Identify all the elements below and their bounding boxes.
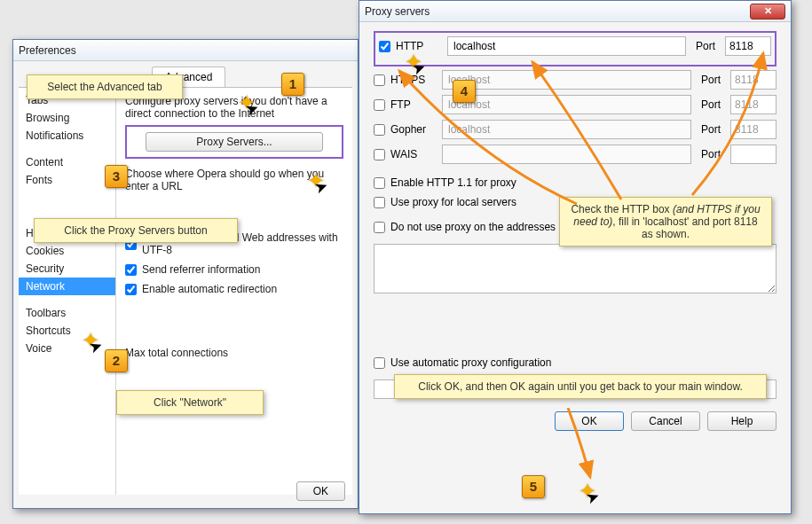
callout-2: Click "Network" [116, 390, 264, 415]
maxconn-label: Max total connections [125, 347, 343, 359]
proxy-titlebar: Proxy servers ✕ [359, 1, 791, 22]
sidebar-item-notifications[interactable]: Notifications [19, 127, 115, 145]
enable11-checkbox[interactable] [374, 177, 385, 189]
gopher-label: Gopher [390, 123, 442, 136]
https-checkbox[interactable] [374, 74, 385, 86]
callout-3: Click the Proxy Servers button [34, 218, 238, 243]
proxy-cancel-button[interactable]: Cancel [631, 411, 700, 431]
gopher-checkbox[interactable] [374, 124, 385, 136]
ftp-port-input[interactable] [730, 95, 777, 114]
gopher-host-input[interactable] [442, 120, 691, 139]
exclude-textarea[interactable] [374, 244, 777, 293]
autocfg-checkbox[interactable] [374, 357, 385, 369]
http-host-input[interactable] [447, 36, 686, 56]
http-label: HTTP [396, 40, 447, 52]
https-port-label: Port [695, 74, 727, 86]
proxy-window: Proxy servers ✕ HTTP Port HTTPS Port FTP… [359, 0, 792, 514]
proxy-row-gopher: Gopher Port [374, 120, 777, 139]
prefs-title: Preferences [19, 44, 352, 57]
proxy-button-row: OK Cancel Help [374, 411, 777, 431]
wais-port-label: Port [695, 148, 727, 160]
sidebar-item-network[interactable]: Network [19, 278, 115, 295]
sidebar-item-toolbars[interactable]: Toolbars [19, 304, 115, 322]
sidebar-item-browsing[interactable]: Browsing [19, 109, 115, 127]
proxy-help-button[interactable]: Help [707, 411, 777, 431]
http-port-label: Port [690, 40, 721, 52]
https-host-input[interactable] [442, 70, 691, 90]
autocfg-label: Use automatic proxy configuration [390, 356, 551, 369]
badge-3: 3 [105, 165, 128, 188]
ftp-host-input[interactable] [442, 95, 691, 114]
prefs-ok-button[interactable]: OK [296, 481, 345, 501]
sidebar-item-content[interactable]: Content [19, 153, 115, 171]
sidebar-item-voice[interactable]: Voice [19, 340, 115, 357]
proxy-row-wais: WAIS Port [374, 145, 777, 164]
badge-2: 2 [105, 349, 128, 372]
redirect-label: Enable automatic redirection [142, 283, 277, 295]
ftp-label: FTP [390, 98, 442, 111]
uselocal-checkbox[interactable] [374, 197, 385, 208]
wais-label: WAIS [390, 148, 442, 160]
nouse-checkbox[interactable] [374, 222, 385, 233]
referrer-checkbox[interactable] [125, 264, 137, 276]
wais-host-input[interactable] [442, 145, 691, 164]
nouse-label: Do not use proxy on the addresses below [390, 221, 587, 233]
proxy-row-https: HTTPS Port [374, 70, 777, 90]
badge-5: 5 [522, 475, 545, 498]
sidebar-item-security[interactable]: Security [19, 260, 115, 278]
wais-port-input[interactable] [730, 145, 777, 164]
https-label: HTTPS [390, 74, 442, 86]
https-port-input[interactable] [730, 70, 777, 90]
callout-4: Check the HTTP box (and HTTPS if you nee… [559, 197, 772, 246]
gopher-port-label: Port [695, 123, 727, 136]
callout-5: Click OK, and then OK again until you ge… [394, 374, 767, 399]
http-row-highlight: HTTP Port [374, 31, 777, 66]
sidebar-item-fonts[interactable]: Fonts [19, 171, 115, 189]
uselocal-label: Use proxy for local servers [390, 196, 516, 208]
proxy-row-ftp: FTP Port [374, 95, 777, 114]
wais-checkbox[interactable] [374, 149, 385, 160]
proxy-ok-button[interactable]: OK [555, 411, 624, 431]
gopher-port-input[interactable] [730, 120, 777, 139]
http-port-input[interactable] [725, 36, 771, 56]
referrer-label: Send referrer information [142, 263, 260, 276]
proxy-title: Proxy servers [365, 5, 750, 18]
ftp-port-label: Port [695, 98, 727, 111]
desc2: Choose where Opera should go when you en… [125, 168, 343, 192]
prefs-titlebar: Preferences [13, 40, 358, 61]
redirect-checkbox[interactable] [125, 284, 137, 295]
proxy-row-http: HTTP Port [379, 36, 771, 56]
sidebar-item-cookies[interactable]: Cookies [19, 242, 115, 260]
prefs-sidebar: Tabs Browsing Notifications Content Font… [19, 88, 116, 495]
ftp-checkbox[interactable] [374, 99, 385, 111]
proxy-servers-button[interactable]: Proxy Servers... [146, 132, 323, 152]
proxy-button-highlight: Proxy Servers... [125, 125, 343, 159]
badge-4: 4 [453, 80, 476, 103]
preferences-window: Preferences Advanced Tabs Browsing Notif… [12, 39, 359, 509]
sidebar-item-shortcuts[interactable]: Shortcuts [19, 322, 115, 340]
prefs-content: Configure proxy servers if you don't hav… [116, 88, 352, 495]
badge-1: 1 [281, 73, 304, 96]
enable11-label: Enable HTTP 1.1 for proxy [390, 176, 516, 189]
callout-1: Select the Advanced tab [27, 74, 183, 99]
close-button[interactable]: ✕ [750, 4, 785, 20]
http-checkbox[interactable] [379, 41, 390, 52]
